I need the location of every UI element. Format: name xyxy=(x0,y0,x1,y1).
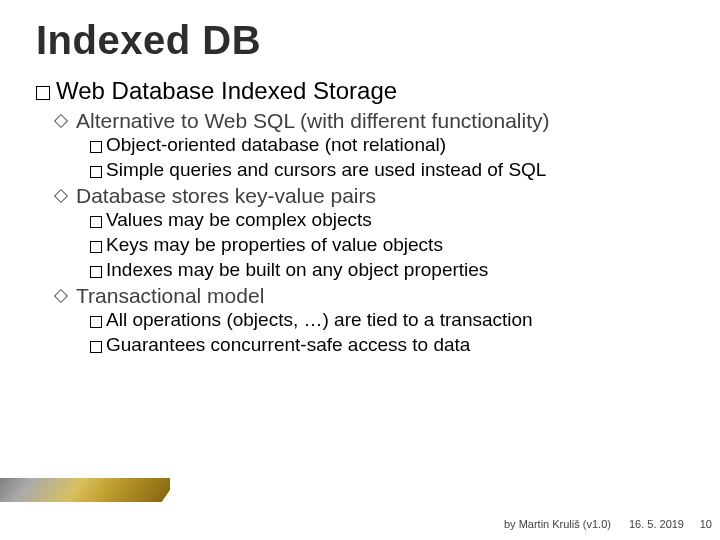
level2-label: All operations (objects, …) are tied to … xyxy=(106,308,533,333)
level2-row: Keys may be properties of value objects xyxy=(90,233,684,258)
list-item: Transactional model All operations (obje… xyxy=(54,284,684,357)
square-bullet-icon xyxy=(90,241,102,253)
footer-date: 16. 5. 2019 xyxy=(629,518,684,530)
diamond-bullet-icon xyxy=(54,189,68,203)
level2-label: Simple queries and cursors are used inst… xyxy=(106,158,546,183)
level2-label: Guarantees concurrent-safe access to dat… xyxy=(106,333,470,358)
level1-row: Alternative to Web SQL (with different f… xyxy=(54,109,684,133)
diamond-bullet-icon xyxy=(54,114,68,128)
slide: Indexed DB Web Database Indexed Storage … xyxy=(0,0,720,540)
level2-row: Indexes may be built on any object prope… xyxy=(90,258,684,283)
level1-label: Transactional model xyxy=(76,284,264,308)
square-bullet-icon xyxy=(90,266,102,278)
accent-stripe xyxy=(0,478,170,502)
level2-label: Keys may be properties of value objects xyxy=(106,233,443,258)
level2-group: All operations (objects, …) are tied to … xyxy=(90,308,684,357)
level2-label: Values may be complex objects xyxy=(106,208,372,233)
heading-lead: Web xyxy=(56,77,105,104)
level2-row: Values may be complex objects xyxy=(90,208,684,233)
heading-text: Web Database Indexed Storage xyxy=(56,77,397,105)
footer-author: by Martin Kruliš (v1.0) xyxy=(504,518,611,530)
level2-row: Simple queries and cursors are used inst… xyxy=(90,158,684,183)
heading-row: Web Database Indexed Storage xyxy=(36,77,684,105)
diamond-bullet-icon xyxy=(54,289,68,303)
level1-label: Alternative to Web SQL (with different f… xyxy=(76,109,550,133)
square-bullet-icon xyxy=(90,166,102,178)
square-bullet-icon xyxy=(90,341,102,353)
level2-row: All operations (objects, …) are tied to … xyxy=(90,308,684,333)
level2-label: Indexes may be built on any object prope… xyxy=(106,258,488,283)
square-bullet-icon xyxy=(90,141,102,153)
page-number: 10 xyxy=(700,518,712,530)
level2-row: Object-oriented database (not relational… xyxy=(90,133,684,158)
heading-rest: Database Indexed Storage xyxy=(105,77,397,104)
content-block: Alternative to Web SQL (with different f… xyxy=(36,109,684,358)
level2-label: Object-oriented database (not relational… xyxy=(106,133,446,158)
level2-row: Guarantees concurrent-safe access to dat… xyxy=(90,333,684,358)
level2-group: Object-oriented database (not relational… xyxy=(90,133,684,182)
level1-label: Database stores key-value pairs xyxy=(76,184,376,208)
square-bullet-icon xyxy=(90,216,102,228)
level1-row: Transactional model xyxy=(54,284,684,308)
square-bullet-icon xyxy=(90,316,102,328)
slide-title: Indexed DB xyxy=(36,18,684,63)
square-bullet-icon xyxy=(36,86,50,100)
list-item: Alternative to Web SQL (with different f… xyxy=(54,109,684,182)
list-item: Database stores key-value pairs Values m… xyxy=(54,184,684,282)
footer: by Martin Kruliš (v1.0) 16. 5. 2019 xyxy=(36,518,684,530)
level1-row: Database stores key-value pairs xyxy=(54,184,684,208)
level2-group: Values may be complex objects Keys may b… xyxy=(90,208,684,282)
